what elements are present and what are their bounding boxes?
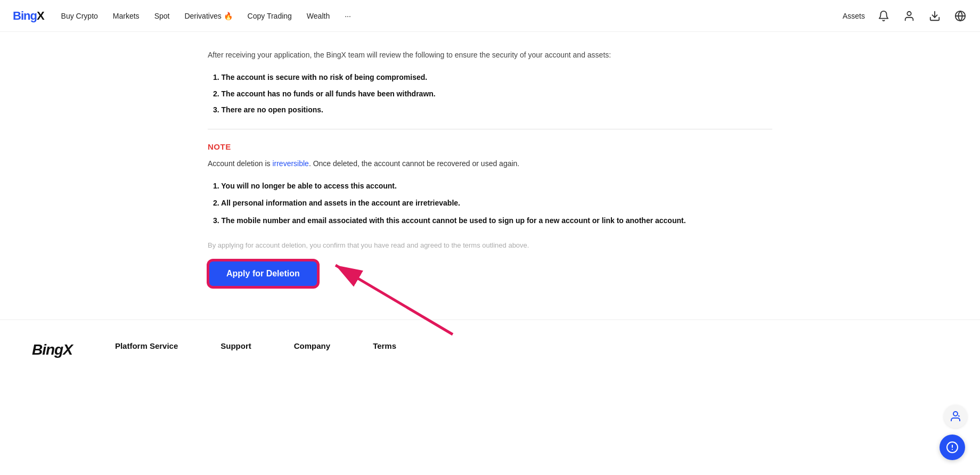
review-item-1: 1. The account is secure with no risk of… [213,71,772,83]
footer-platform-heading: Platform Service [115,341,178,350]
note-desc-highlight: irreversible [272,159,308,168]
globe-icon[interactable] [953,9,967,23]
footer-support-heading: Support [220,341,251,350]
note-desc-plain: Account deletion is [208,159,272,168]
section-divider [208,129,772,129]
brand-logo[interactable]: BingX [13,9,44,23]
consequence-list: 1. You will no longer be able to access … [208,180,772,226]
footer-support: Support [220,341,251,358]
assets-link[interactable]: Assets [843,12,865,20]
footer-company-heading: Company [294,341,330,350]
main-content: After receiving your application, the Bi… [197,32,783,320]
nav-buy-crypto[interactable]: Buy Crypto [61,12,98,20]
notification-icon[interactable] [877,9,891,23]
consequence-item-2: 2. All personal information and assets i… [213,197,772,209]
svg-point-0 [907,11,911,15]
intro-text: After receiving your application, the Bi… [208,49,772,61]
user-icon[interactable] [902,9,916,23]
confirm-text: By applying for account deletion, you co… [208,241,772,249]
note-description: Account deletion is irreversible. Once d… [208,158,772,169]
nav-more[interactable]: ··· [345,12,351,20]
review-item-3: 3. There are no open positions. [213,104,772,116]
apply-for-deletion-button[interactable]: Apply for Deletion [208,260,318,288]
footer-terms-heading: Terms [373,341,396,350]
footer-company: Company [294,341,330,358]
nav-right: Assets [843,9,967,23]
footer-logo: BingX [32,341,72,358]
nav-links: Buy Crypto Markets Spot Derivatives 🔥 Co… [61,12,843,20]
review-list: 1. The account is secure with no risk of… [208,71,772,116]
nav-copy-trading[interactable]: Copy Trading [248,12,292,20]
nav-spot[interactable]: Spot [154,12,170,20]
review-item-2: 2. The account has no funds or all funds… [213,88,772,100]
footer: BingX Platform Service Support Company T… [0,320,980,369]
download-icon[interactable] [928,9,942,23]
nav-wealth[interactable]: Wealth [307,12,330,20]
note-label: NOTE [208,142,772,151]
nav-derivatives[interactable]: Derivatives 🔥 [184,12,232,20]
navbar: BingX Buy Crypto Markets Spot Derivative… [0,0,980,32]
apply-section: Apply for Deletion [208,260,318,288]
footer-platform-service: Platform Service [115,341,178,358]
consequence-item-3: 3. The mobile number and email associate… [213,215,772,226]
consequence-item-1: 1. You will no longer be able to access … [213,180,772,192]
footer-terms: Terms [373,341,396,358]
footer-brand: BingX [32,341,72,358]
note-desc-suffix: . Once deleted, the account cannot be re… [309,159,519,168]
nav-markets[interactable]: Markets [113,12,140,20]
